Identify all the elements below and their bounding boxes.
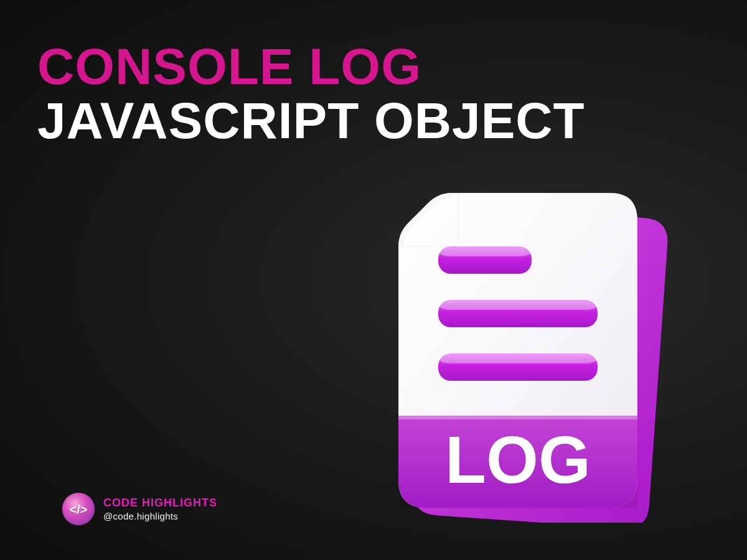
- brand-handle: @code.highlights: [103, 511, 217, 521]
- code-icon: </>: [70, 503, 88, 517]
- heading-line-2: JAVASCRIPT OBJECT: [37, 94, 585, 148]
- file-icon-label: LOG: [445, 422, 591, 497]
- brand-name: CODE HIGHLIGHTS: [103, 497, 217, 510]
- svg-text:LOG: LOG: [445, 422, 591, 497]
- hero-heading: CONSOLE LOG JAVASCRIPT OBJECT: [37, 40, 585, 148]
- attribution-text: CODE HIGHLIGHTS @code.highlights: [103, 497, 217, 521]
- heading-line-1: CONSOLE LOG: [37, 40, 585, 94]
- attribution: </> CODE HIGHLIGHTS @code.highlights: [62, 493, 217, 525]
- svg-rect-7: [438, 300, 598, 310]
- avatar: </>: [62, 493, 95, 525]
- svg-rect-5: [438, 246, 532, 256]
- svg-rect-9: [438, 353, 598, 363]
- log-file-icon: LOG: [349, 187, 685, 523]
